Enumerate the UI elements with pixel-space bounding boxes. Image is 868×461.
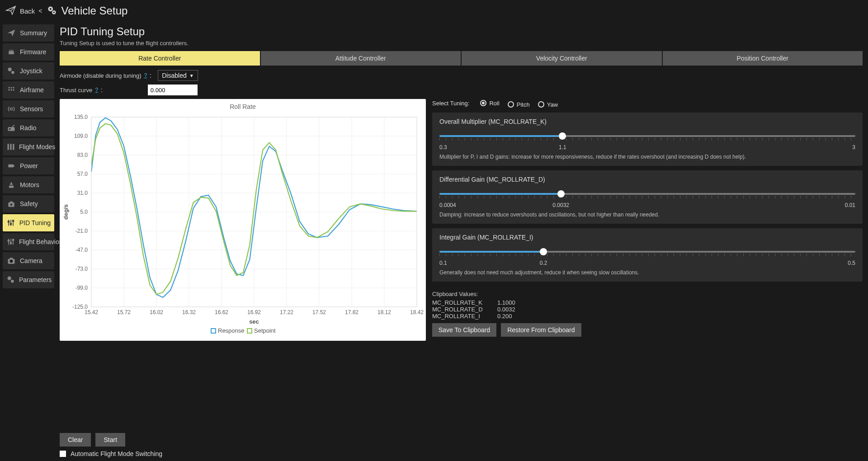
param-desc: Damping: increase to reduce overshoots a… <box>439 211 855 218</box>
clipboard-key: MC_ROLLRATE_I <box>432 313 491 320</box>
param-desc: Generally does not need much adjustment,… <box>439 269 855 276</box>
svg-point-40 <box>10 242 11 244</box>
sidebar-item-safety[interactable]: Safety <box>3 195 54 212</box>
back-link[interactable]: Back <box>20 7 35 15</box>
clipboard-value: 0.200 <box>497 313 512 320</box>
sidebar-item-label: Flight Modes <box>19 143 55 151</box>
svg-rect-20 <box>8 144 9 150</box>
y-tick: 109.0 <box>74 133 88 139</box>
thrust-help-icon[interactable]: ? <box>95 87 98 93</box>
svg-point-35 <box>13 220 14 221</box>
svg-rect-22 <box>13 144 14 150</box>
tuning-radio-row: Select Tuning: RollPitchYaw <box>432 99 863 108</box>
camera-icon <box>6 256 16 266</box>
param-title: Overall Multiplier (MC_ROLLRATE_K) <box>439 118 855 125</box>
sidebar-item-joystick[interactable]: Joystick <box>3 62 54 80</box>
radio-pitch[interactable]: Pitch <box>508 101 530 108</box>
clear-button[interactable]: Clear <box>60 433 91 447</box>
sidebar-item-firmware[interactable]: Firmware <box>3 43 54 61</box>
param-slider[interactable] <box>439 247 855 258</box>
slider-thumb-icon[interactable] <box>540 248 547 255</box>
legend-label: Setpoint <box>254 327 276 334</box>
svg-rect-17 <box>8 127 15 131</box>
sidebar-item-motors[interactable]: Motors <box>3 176 54 193</box>
sidebar-item-parameters[interactable]: Parameters <box>3 271 54 288</box>
sidebar-item-label: Motors <box>20 181 51 188</box>
battery-icon <box>6 161 16 171</box>
svg-rect-44 <box>10 258 13 259</box>
tab-rate-controller[interactable]: Rate Controller <box>60 51 260 66</box>
y-tick: -73.0 <box>75 266 88 272</box>
sidebar-item-pid-tuning[interactable]: PID Tuning <box>3 214 54 231</box>
sliders-icon <box>6 237 15 247</box>
tab-velocity-controller[interactable]: Velocity Controller <box>462 51 662 66</box>
sidebar-item-radio[interactable]: Radio <box>3 119 54 136</box>
chip-icon <box>6 47 16 57</box>
airmode-help-icon[interactable]: ? <box>144 72 147 79</box>
slider-min: 0.3 <box>439 144 447 151</box>
radio-roll[interactable]: Roll <box>480 100 499 107</box>
sidebar-item-label: Airframe <box>20 86 51 94</box>
radio-icon <box>538 101 544 108</box>
svg-point-34 <box>10 223 12 225</box>
tab-position-controller[interactable]: Position Controller <box>663 51 863 66</box>
grid-icon <box>6 85 16 95</box>
sidebar-item-airframe[interactable]: Airframe <box>3 81 54 99</box>
roll-rate-chart: Roll Rate15.4215.7216.0216.3216.6216.921… <box>60 99 426 341</box>
radio-yaw[interactable]: Yaw <box>538 101 558 108</box>
slider-thumb-icon[interactable] <box>559 132 566 140</box>
clipboard-key: MC_ROLLRATE_K <box>432 299 491 306</box>
airmode-select-value: Disabled <box>162 72 186 79</box>
radar-icon <box>6 104 16 114</box>
param-title: Integral Gain (MC_ROLLRATE_I) <box>439 234 855 241</box>
svg-rect-4 <box>9 51 14 54</box>
auto-mode-checkbox[interactable] <box>60 451 66 457</box>
sidebar-item-label: Parameters <box>19 276 52 283</box>
sidebar-item-power[interactable]: Power <box>3 157 54 174</box>
airmode-label: Airmode (disable during tuning) <box>60 72 142 79</box>
sidebar-item-flight-modes[interactable]: Flight Modes <box>3 138 54 155</box>
param-slider[interactable] <box>439 189 855 200</box>
start-button[interactable]: Start <box>95 433 125 447</box>
param-slider[interactable] <box>439 132 855 142</box>
save-clipboard-button[interactable]: Save To Clipboard <box>432 323 496 337</box>
caret-down-icon: ▼ <box>189 73 194 78</box>
sidebar-item-summary[interactable]: Summary <box>3 24 54 42</box>
restore-clipboard-button[interactable]: Restore From Clipboard <box>501 323 581 337</box>
sidebar-item-label: Camera <box>20 257 51 264</box>
svg-point-11 <box>10 87 12 88</box>
sidebar: Summary Firmware Joystick Airframe Senso… <box>0 22 57 461</box>
y-tick: -125.0 <box>72 304 88 310</box>
slider-min: 0.1 <box>439 260 447 266</box>
thrust-input[interactable] <box>148 85 198 95</box>
x-tick: 16.62 <box>215 309 228 315</box>
x-tick: 16.02 <box>150 309 163 315</box>
y-tick: 83.0 <box>77 152 88 158</box>
svg-rect-27 <box>10 201 13 202</box>
param-title: Differential Gain (MC_ROLLRATE_D) <box>439 176 855 183</box>
chart-title: Roll Rate <box>230 103 256 110</box>
param-desc: Multiplier for P, I and D gains: increas… <box>439 153 855 160</box>
svg-point-9 <box>11 71 14 74</box>
sidebar-item-sensors[interactable]: Sensors <box>3 100 54 118</box>
svg-point-43 <box>10 260 13 263</box>
sidebar-item-flight-behavior[interactable]: Flight Behavior <box>3 233 54 250</box>
radio-label: Pitch <box>517 101 530 108</box>
sidebar-item-camera[interactable]: Camera <box>3 252 54 269</box>
slider-thumb-icon[interactable] <box>557 190 565 198</box>
sidebar-item-label: Firmware <box>20 48 51 56</box>
bars-icon <box>6 142 15 152</box>
sidebar-item-label: Radio <box>20 124 51 132</box>
sidebar-item-label: Power <box>20 162 51 169</box>
motor-icon <box>6 180 16 190</box>
gears-icon <box>6 66 16 76</box>
tuning-column: Select Tuning: RollPitchYaw Overall Mult… <box>432 99 863 428</box>
airmode-select[interactable]: Disabled ▼ <box>158 70 198 81</box>
tab-attitude-controller[interactable]: Attitude Controller <box>261 51 461 66</box>
paper-plane-icon <box>5 5 16 17</box>
svg-point-13 <box>8 89 9 90</box>
y-tick: -99.0 <box>75 285 88 291</box>
clipboard-row: MC_ROLLRATE_I0.200 <box>432 313 863 320</box>
header-title: Vehicle Setup <box>61 5 128 17</box>
gears-icon <box>6 275 15 285</box>
